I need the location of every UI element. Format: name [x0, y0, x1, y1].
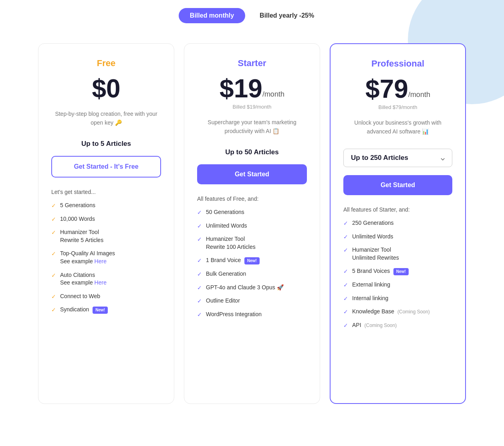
- billing-monthly-button[interactable]: Billed monthly: [179, 8, 245, 23]
- check-icon-free-4: ✓: [51, 272, 56, 278]
- feature-text-professional-6: Knowledge Base (Coming Soon): [352, 308, 430, 316]
- feature-professional-4: ✓ External linking: [343, 281, 452, 289]
- price-amount-starter: $19: [220, 74, 262, 103]
- feature-text-free-0: 5 Generations: [60, 202, 95, 210]
- feature-text-free-2: Humanizer Tool Rewrite 5 Articles: [60, 228, 103, 244]
- feature-professional-6: ✓ Knowledge Base (Coming Soon): [343, 308, 452, 316]
- plan-name-free: Free: [51, 58, 161, 69]
- feature-text-starter-2: Humanizer Tool Rewrite 100 Articles: [206, 235, 256, 251]
- plan-card-professional: Professional $79/month Billed $79/month …: [330, 43, 466, 404]
- feature-text-free-3: Top-Quality AI Images See example Here: [60, 250, 115, 265]
- plan-card-free: Free $0 Step-by-step blog creation, free…: [38, 43, 174, 404]
- check-icon-free-3: ✓: [51, 250, 56, 257]
- feature-free-4: ✓ Auto Citations See example Here: [51, 271, 161, 287]
- check-icon-professional-3: ✓: [343, 268, 348, 274]
- cta-professional-button[interactable]: Get Started: [343, 175, 452, 195]
- new-badge-free-6: New!: [93, 307, 108, 314]
- check-icon-starter-1: ✓: [197, 223, 202, 229]
- cta-free-button[interactable]: Get Started - It's Free: [51, 156, 161, 178]
- feature-link-free-4[interactable]: Here: [95, 279, 107, 286]
- price-amount-professional: $79: [365, 75, 408, 103]
- articles-free: Up to 5 Articles: [51, 140, 161, 148]
- feature-text-professional-3: 5 Brand Voices New!: [352, 267, 409, 275]
- plans-container: Free $0 Step-by-step blog creation, free…: [0, 43, 504, 428]
- feature-text-starter-1: Unlimited Words: [206, 222, 247, 230]
- feature-text-professional-1: Unlimited Words: [352, 233, 393, 241]
- check-icon-free-2: ✓: [51, 229, 56, 236]
- plan-name-starter: Starter: [197, 58, 307, 69]
- check-icon-starter-0: ✓: [197, 209, 202, 216]
- feature-professional-2: ✓ Humanizer Tool Unlimited Rewrites: [343, 246, 452, 262]
- feature-text-free-5: Connect to Web: [60, 293, 100, 301]
- feature-text-free-1: 10,000 Words: [60, 215, 95, 223]
- check-icon-starter-2: ✓: [197, 236, 202, 242]
- billing-toggle: Billed monthly Billed yearly -25%: [0, 0, 504, 43]
- plan-description-free: Step-by-step blog creation, free with yo…: [51, 109, 161, 131]
- check-icon-free-6: ✓: [51, 307, 56, 313]
- coming-soon-6: (Coming Soon): [397, 309, 430, 315]
- articles-starter: Up to 50 Articles: [197, 148, 307, 156]
- feature-starter-4: ✓ Bulk Generation: [197, 270, 307, 278]
- billing-yearly-button[interactable]: Billed yearly -25%: [248, 8, 325, 23]
- feature-free-5: ✓ Connect to Web: [51, 293, 161, 301]
- feature-text-free-6: Syndication New!: [60, 306, 108, 314]
- check-icon-free-1: ✓: [51, 216, 56, 222]
- feature-starter-0: ✓ 50 Generations: [197, 208, 307, 216]
- plan-price-starter: $19/month: [197, 76, 307, 101]
- cta-starter-button[interactable]: Get Started: [197, 164, 307, 184]
- feature-free-6: ✓ Syndication New!: [51, 306, 161, 314]
- plan-name-professional: Professional: [343, 59, 452, 69]
- features-intro-starter: All features of Free, and:: [197, 196, 307, 202]
- feature-text-starter-7: WordPress Integration: [206, 311, 262, 319]
- check-icon-starter-5: ✓: [197, 285, 202, 291]
- feature-free-2: ✓ Humanizer Tool Rewrite 5 Articles: [51, 228, 161, 244]
- feature-starter-3: ✓ 1 Brand Voice New!: [197, 256, 307, 264]
- check-icon-starter-3: ✓: [197, 257, 202, 264]
- feature-professional-1: ✓ Unlimited Words: [343, 233, 452, 241]
- new-badge-professional-3: New!: [393, 268, 409, 275]
- plan-price-free: $0: [51, 76, 161, 101]
- feature-text-starter-4: Bulk Generation: [206, 270, 246, 278]
- check-icon-professional-1: ✓: [343, 234, 348, 240]
- price-suffix-professional: /month: [408, 91, 430, 99]
- check-icon-free-5: ✓: [51, 293, 56, 300]
- feature-text-professional-4: External linking: [352, 281, 390, 289]
- feature-professional-0: ✓ 250 Generations: [343, 219, 452, 227]
- feature-text-starter-0: 50 Generations: [206, 208, 244, 216]
- feature-starter-2: ✓ Humanizer Tool Rewrite 100 Articles: [197, 235, 307, 251]
- articles-dropdown-professional[interactable]: Up to 250 Articles ⌵: [343, 149, 452, 167]
- features-list-professional: ✓ 250 Generations ✓ Unlimited Words ✓ Hu…: [343, 219, 452, 329]
- price-billed-professional: Billed $79/month: [343, 104, 452, 110]
- feature-text-professional-7: API (Coming Soon): [352, 321, 397, 329]
- price-billed-starter: Billed $19/month: [197, 104, 307, 110]
- feature-text-starter-3: 1 Brand Voice New!: [206, 256, 260, 264]
- feature-professional-3: ✓ 5 Brand Voices New!: [343, 267, 452, 275]
- plan-description-professional: Unlock your business's growth with advan…: [343, 118, 452, 140]
- plan-price-professional: $79/month: [343, 76, 452, 102]
- feature-starter-5: ✓ GPT-4o and Claude 3 Opus 🚀: [197, 284, 307, 292]
- plan-description-starter: Supercharge your team's marketing produc…: [197, 118, 307, 139]
- check-icon-professional-6: ✓: [343, 309, 348, 315]
- feature-starter-1: ✓ Unlimited Words: [197, 222, 307, 230]
- check-icon-starter-4: ✓: [197, 271, 202, 277]
- feature-free-3: ✓ Top-Quality AI Images See example Here: [51, 250, 161, 265]
- check-icon-professional-5: ✓: [343, 295, 348, 302]
- check-icon-professional-4: ✓: [343, 282, 348, 288]
- check-icon-professional-0: ✓: [343, 220, 348, 226]
- check-icon-professional-2: ✓: [343, 247, 348, 253]
- feature-text-professional-0: 250 Generations: [352, 219, 394, 227]
- check-icon-free-0: ✓: [51, 202, 56, 209]
- check-icon-professional-7: ✓: [343, 322, 348, 329]
- feature-professional-5: ✓ Internal linking: [343, 295, 452, 303]
- features-intro-free: Let's get started...: [51, 189, 161, 195]
- feature-text-professional-5: Internal linking: [352, 295, 388, 303]
- features-list-starter: ✓ 50 Generations ✓ Unlimited Words ✓ Hum…: [197, 208, 307, 318]
- chevron-down-icon: ⌵: [441, 154, 445, 162]
- feature-starter-7: ✓ WordPress Integration: [197, 311, 307, 319]
- check-icon-starter-7: ✓: [197, 311, 202, 318]
- features-list-free: ✓ 5 Generations ✓ 10,000 Words ✓ Humaniz…: [51, 202, 161, 314]
- feature-link-free-3[interactable]: Here: [95, 258, 107, 264]
- feature-starter-6: ✓ Outline Editor: [197, 297, 307, 305]
- feature-text-starter-5: GPT-4o and Claude 3 Opus 🚀: [206, 284, 284, 292]
- features-intro-professional: All features of Starter, and:: [343, 206, 452, 213]
